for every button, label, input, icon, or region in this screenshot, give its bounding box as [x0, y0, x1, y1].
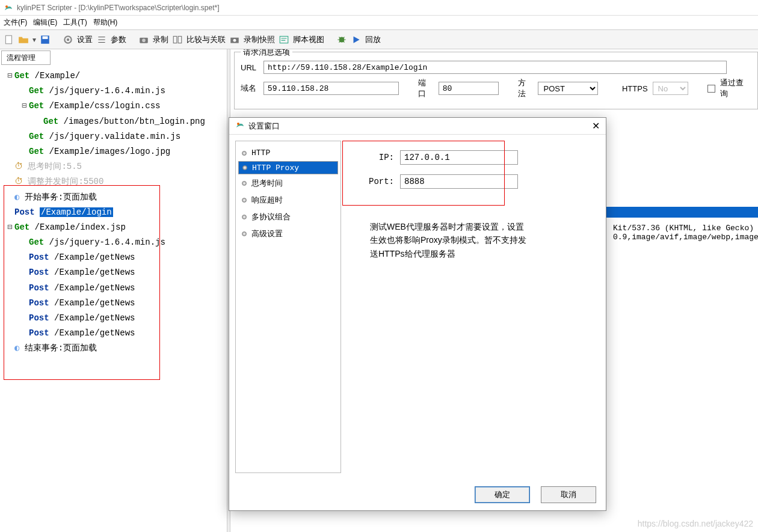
- gear-icon[interactable]: [63, 34, 73, 45]
- menu-help[interactable]: 帮助(H): [93, 17, 118, 28]
- url-input[interactable]: [263, 61, 727, 74]
- svg-rect-8: [173, 36, 177, 43]
- play-icon[interactable]: [351, 34, 362, 45]
- params-label[interactable]: 参数: [111, 34, 126, 45]
- ok-button[interactable]: 确定: [475, 486, 530, 503]
- https-select: No: [653, 82, 689, 95]
- svg-point-5: [67, 38, 70, 41]
- svg-point-7: [142, 38, 146, 42]
- camera-icon[interactable]: [138, 34, 149, 45]
- window-title: kylinPET Scripter - [D:\kylinPET\workspa…: [17, 4, 220, 12]
- window-titlebar: kylinPET Scripter - [D:\kylinPET\workspa…: [0, 0, 758, 16]
- settings-nav-item[interactable]: HTTP: [238, 146, 338, 160]
- settings-label[interactable]: 设置: [77, 34, 93, 45]
- method-label: 方法: [518, 78, 534, 99]
- watermark: https://blog.csdn.net/jackey422: [638, 519, 753, 528]
- tree-row[interactable]: Get /Example/images/logo.jpg: [5, 144, 225, 159]
- settings-nav-item[interactable]: 思考时间: [238, 176, 338, 191]
- tree-view[interactable]: ⊟Get /Example/Get /js/jquery-1.6.4.min.j…: [0, 65, 230, 532]
- settings-nav-item[interactable]: 高级设置: [238, 226, 338, 242]
- port-input[interactable]: [439, 82, 499, 95]
- svg-rect-1: [5, 35, 11, 44]
- left-panel: 流程管理 ⊟Get /Example/Get /js/jquery-1.6.4.…: [0, 49, 230, 532]
- bug-icon[interactable]: [336, 34, 347, 45]
- settings-nav: HTTPHTTP Proxy思考时间响应超时多协议组合高级设置: [235, 141, 341, 473]
- playback-label[interactable]: 回放: [365, 34, 381, 45]
- toolbar: ▾ 设置 参数 录制 比较与关联 录制快照 脚本视图 回放: [0, 30, 758, 49]
- domain-label: 域名: [241, 83, 259, 94]
- svg-point-11: [233, 38, 236, 41]
- domain-input[interactable]: [263, 82, 399, 95]
- open-file-icon[interactable]: [18, 34, 29, 45]
- compare-icon[interactable]: [172, 34, 183, 45]
- flow-tab[interactable]: 流程管理: [1, 50, 51, 65]
- group-title: 请求消息选项: [241, 49, 292, 58]
- save-icon[interactable]: [40, 34, 51, 45]
- menu-file[interactable]: 文件(F): [4, 17, 27, 28]
- settings-nav-item[interactable]: 响应超时: [238, 192, 338, 208]
- tree-row[interactable]: ⊟Get /Example/css/login.css: [5, 99, 225, 114]
- tree-row[interactable]: Get /images/button/btn_login.png: [5, 114, 225, 129]
- snapshot-label[interactable]: 录制快照: [244, 34, 275, 45]
- red-highlight-box-dialog: [342, 141, 505, 206]
- cancel-button[interactable]: 取消: [541, 486, 596, 503]
- app-icon: [4, 3, 13, 13]
- dropdown-caret-icon[interactable]: ▾: [32, 35, 36, 44]
- menubar: 文件(F) 编辑(E) 工具(T) 帮助(H): [0, 16, 758, 30]
- dialog-title: 设置窗口: [248, 121, 280, 132]
- tree-row[interactable]: Get /js/jquery-1.6.4.min.js: [5, 84, 225, 99]
- settings-dialog: 设置窗口 ✕ HTTPHTTP Proxy思考时间响应超时多协议组合高级设置 I…: [229, 117, 606, 511]
- svg-rect-9: [178, 36, 182, 43]
- settings-nav-item[interactable]: HTTP Proxy: [238, 161, 338, 174]
- red-highlight-box: [4, 185, 160, 380]
- snapshot-icon[interactable]: [229, 34, 240, 45]
- scriptview-label[interactable]: 脚本视图: [293, 34, 324, 45]
- method-select[interactable]: POST: [538, 82, 598, 95]
- tree-row[interactable]: ⏱ 思考时间:5.5: [5, 159, 225, 174]
- dialog-titlebar: 设置窗口 ✕: [229, 118, 606, 135]
- port-label: 端口: [418, 78, 434, 99]
- svg-rect-3: [43, 36, 48, 39]
- new-file-icon[interactable]: [4, 34, 14, 45]
- request-options-group: 请求消息选项 URL 域名 端口 方法 POST HTTPS No 通过查询: [234, 52, 758, 109]
- https-label: HTTPS: [622, 84, 648, 93]
- compare-label[interactable]: 比较与关联: [186, 34, 226, 45]
- dialog-note: 测试WEB代理服务器时才需要设置，设置生效也将影响Proxy录制模式。暂不支持发…: [370, 220, 526, 260]
- menu-edit[interactable]: 编辑(E): [33, 17, 57, 28]
- svg-rect-12: [280, 36, 288, 43]
- record-label[interactable]: 录制: [153, 34, 168, 45]
- settings-nav-item[interactable]: 多协议组合: [238, 209, 338, 225]
- settings-content: IP: Port: 测试WEB代理服务器时才需要设置，设置生效也将影响Proxy…: [346, 141, 600, 473]
- proxy-checkbox[interactable]: [707, 85, 715, 93]
- menu-tool[interactable]: 工具(T): [63, 17, 87, 28]
- tree-row[interactable]: ⊟Get /Example/: [5, 69, 225, 84]
- tree-row[interactable]: Get /js/jquery.validate.min.js: [5, 129, 225, 144]
- proxy-check-label: 通过查询: [720, 78, 751, 99]
- dialog-app-icon: [235, 120, 245, 132]
- close-icon[interactable]: ✕: [592, 120, 600, 132]
- list-icon[interactable]: [96, 34, 107, 45]
- svg-point-14: [237, 123, 239, 125]
- url-label: URL: [241, 63, 259, 72]
- scriptview-icon[interactable]: [279, 34, 289, 45]
- svg-point-0: [5, 5, 8, 8]
